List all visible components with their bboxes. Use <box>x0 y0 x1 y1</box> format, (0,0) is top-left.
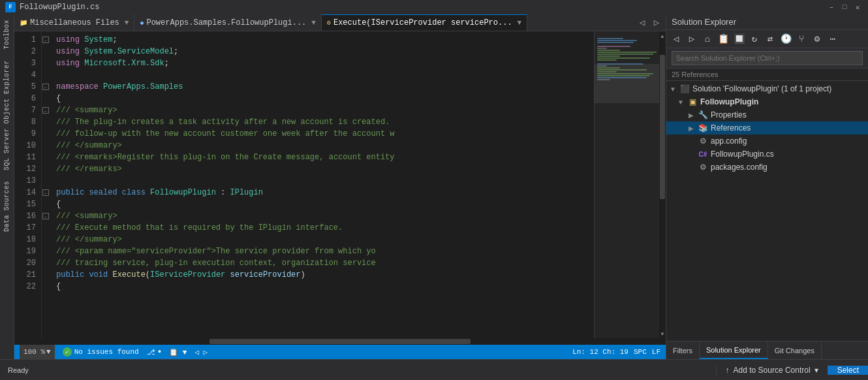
tab-execute[interactable]: ⚙ Execute(IServiceProvider servicePro...… <box>322 14 527 31</box>
tab-bar: 📁 Miscellaneous Files ▼ ◆ PowerApps.Samp… <box>14 14 666 31</box>
project-expand-arrow[interactable]: ▼ <box>677 98 685 106</box>
line-15: 15 <box>14 198 41 210</box>
line-21: 21 <box>14 269 41 281</box>
se-git-button[interactable]: ⑂ <box>794 32 809 46</box>
scroll-up-button[interactable]: ▲ <box>659 31 666 40</box>
se-sync-button[interactable]: ⇄ <box>763 32 777 46</box>
execute-icon: ⚙ <box>327 19 331 27</box>
se-tab-filters[interactable]: Filters <box>666 341 700 359</box>
health-status[interactable]: ✓ No issues found <box>63 347 139 356</box>
status-right: Ln: 12 Ch: 19 SPC LF <box>572 348 660 356</box>
se-home-button[interactable]: ⌂ <box>700 32 715 46</box>
data-sources-label[interactable]: Data Sources <box>3 176 10 237</box>
line-11: 11 <box>14 151 41 163</box>
tab-move-right-button[interactable]: ▷ <box>650 16 663 29</box>
appconfig-label: app.config <box>711 136 747 146</box>
close-button[interactable]: ✕ <box>852 2 863 12</box>
project-icon: ▣ <box>687 97 698 107</box>
line-6: 6 <box>14 93 41 104</box>
sql-server-label[interactable]: SQL Server Object Explorer <box>3 55 10 176</box>
editor-section: 📁 Miscellaneous Files ▼ ◆ PowerApps.Samp… <box>14 14 666 359</box>
collapse-1[interactable]: – <box>42 37 49 43</box>
tab-misc-files[interactable]: 📁 Miscellaneous Files ▼ <box>14 14 134 31</box>
properties-icon: 🔧 <box>698 110 708 120</box>
collapse-summary[interactable]: – <box>42 107 49 114</box>
minimap-scrollbar: ▲ ▼ <box>659 31 666 338</box>
maximize-button[interactable]: □ <box>839 2 850 12</box>
project-item[interactable]: ▼ ▣ FollowupPlugin <box>666 95 868 108</box>
add-to-source-control-button[interactable]: ↑ Add to Source Control ▾ <box>716 366 828 375</box>
collapse-ns[interactable]: – <box>42 84 49 90</box>
se-refresh-button[interactable]: ↻ <box>747 32 762 46</box>
se-back-button[interactable]: ◁ <box>669 32 683 46</box>
properties-item[interactable]: ▶ 🔧 Properties <box>666 108 868 121</box>
app-container: F FollowupPlugin.cs – □ ✕ Toolbox SQL Se… <box>0 0 868 380</box>
code-line-1: using System; <box>56 34 589 46</box>
solution-expand-arrow[interactable]: ▼ <box>669 85 677 93</box>
nav-arrows[interactable]: ◁ ▷ <box>194 348 208 356</box>
se-search-input[interactable] <box>672 51 863 65</box>
code-line-7: /// <summary> <box>56 104 589 116</box>
se-toolbar: ◁ ▷ ⌂ 📋 🔲 ↻ ⇄ 🕐 ⑂ ⚙ ⋯ <box>666 30 868 48</box>
packages-icon: ⚙ <box>698 162 708 172</box>
se-forward-button[interactable]: ▷ <box>685 32 699 46</box>
appconfig-icon: ⚙ <box>698 136 708 146</box>
solution-root-item[interactable]: ▼ ⬛ Solution 'FollowupPlugin' (1 of 1 pr… <box>666 82 868 95</box>
powerapps-dropdown[interactable]: ▼ <box>311 19 316 27</box>
select-button[interactable]: Select <box>828 366 868 375</box>
collapse-method-summary[interactable]: – <box>42 213 49 219</box>
line-12: 12 <box>14 163 41 175</box>
code-line-5: namespace PowerApps.Samples <box>56 81 589 93</box>
zoom-level[interactable]: 100 % ▼ <box>20 345 55 359</box>
references-arrow[interactable]: ▶ <box>687 124 695 132</box>
appconfig-item[interactable]: ▶ ⚙ app.config <box>666 135 868 148</box>
footer-right: ↑ Add to Source Control ▾ Select <box>716 366 868 375</box>
encoding-indicator[interactable]: SPC <box>634 348 647 356</box>
followupplugin-cs-label: FollowupPlugin.cs <box>711 150 774 159</box>
followupplugin-cs-item[interactable]: ▶ C# FollowupPlugin.cs <box>666 148 868 161</box>
properties-arrow[interactable]: ▶ <box>687 111 695 119</box>
line-20: 20 <box>14 257 41 269</box>
se-settings-button[interactable]: ⚙ <box>810 32 824 46</box>
branch-indicator[interactable]: ⎇ ● <box>147 348 161 356</box>
line-5: 5 <box>14 81 41 93</box>
code-line-16: /// <summary> <box>56 210 589 222</box>
references-count-bar[interactable]: 25 References <box>666 69 868 81</box>
horizontal-scrollbar[interactable] <box>14 338 666 345</box>
git-icon: ⎇ <box>147 348 155 356</box>
se-history-button[interactable]: 🕐 <box>779 32 793 46</box>
line-col-indicator[interactable]: Ln: 12 Ch: 19 <box>572 348 628 356</box>
misc-files-dropdown[interactable]: ▼ <box>125 19 129 27</box>
title-bar: F FollowupPlugin.cs – □ ✕ <box>0 0 868 14</box>
execute-dropdown[interactable]: ▼ <box>518 19 522 27</box>
code-line-6: { <box>56 93 589 104</box>
line-19: 19 <box>14 245 41 257</box>
title-bar-controls: – □ ✕ <box>826 2 863 12</box>
se-tab-solution-explorer[interactable]: Solution Explorer <box>700 341 768 359</box>
references-item[interactable]: ▶ 📚 References <box>666 121 868 135</box>
tab-move-left-button[interactable]: ◁ <box>636 16 649 29</box>
debug-controls[interactable]: 📋 ▼ <box>169 348 187 356</box>
code-editor[interactable]: using System; using System.ServiceModel;… <box>51 31 594 338</box>
se-more-button[interactable]: ⋯ <box>826 32 840 46</box>
packages-config-item[interactable]: ▶ ⚙ packages.config <box>666 161 868 174</box>
title-bar-text: FollowupPlugin.cs <box>20 3 822 12</box>
properties-label: Properties <box>711 110 747 119</box>
se-show-all-button[interactable]: 🔲 <box>732 32 746 46</box>
scroll-down-button[interactable]: ▼ <box>659 329 666 338</box>
project-label: FollowupPlugin <box>700 97 758 106</box>
source-control-dropdown-icon[interactable]: ▾ <box>814 366 818 375</box>
minimize-button[interactable]: – <box>826 2 837 12</box>
line-17: 17 <box>14 222 41 234</box>
collapse-class[interactable]: – <box>42 189 49 196</box>
se-properties-button[interactable]: 📋 <box>716 32 730 46</box>
code-line-2: using System.ServiceModel; <box>56 46 589 57</box>
toolbox-label[interactable]: Toolbox <box>3 14 10 55</box>
code-line-11: /// <remarks>Register this plug-in on th… <box>56 151 589 163</box>
minimap-preview <box>597 38 663 81</box>
se-tab-git-changes[interactable]: Git Changes <box>768 341 822 359</box>
tab-powerapps[interactable]: ◆ PowerApps.Samples.FollowupPlugi... ▼ <box>134 14 321 31</box>
line-9: 9 <box>14 128 41 140</box>
code-line-10: /// </summary> <box>56 140 589 151</box>
line-ending-indicator[interactable]: LF <box>652 348 660 356</box>
